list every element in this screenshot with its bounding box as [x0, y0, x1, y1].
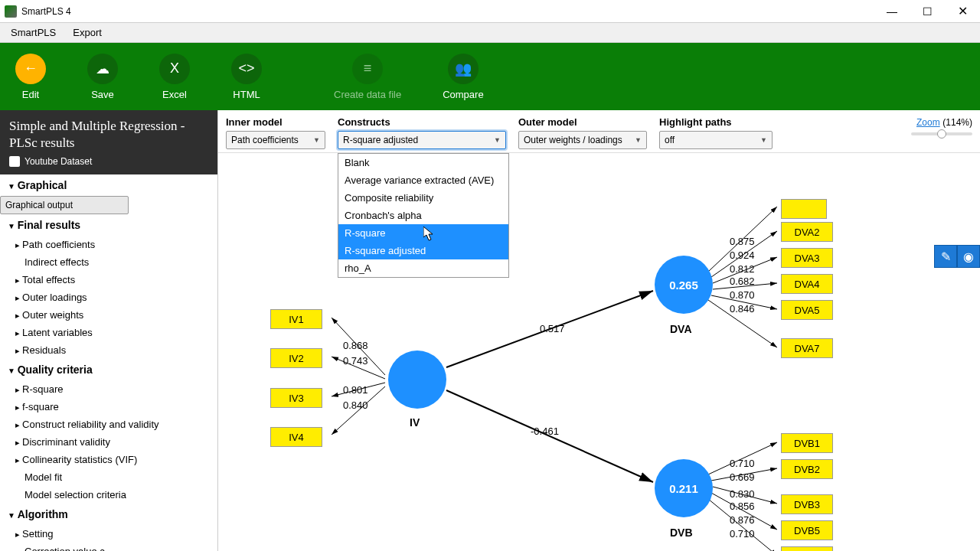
- ind-iv1[interactable]: IV1: [270, 309, 322, 329]
- constructs-dropdown: Blank Average variance extracted (AVE) C…: [338, 153, 509, 278]
- database-icon: ≡: [352, 54, 383, 84]
- opt-ca[interactable]: Cronbach's alpha: [338, 207, 508, 224]
- item-discriminant[interactable]: Discriminant validity: [0, 433, 217, 451]
- opt-rsq[interactable]: R-square: [338, 224, 508, 242]
- highlight-value: off: [665, 135, 675, 145]
- ind-iv3[interactable]: IV3: [270, 388, 322, 408]
- minimize-button[interactable]: —: [874, 0, 910, 23]
- item-model-fit[interactable]: Model fit: [0, 468, 217, 486]
- zoom-knob[interactable]: [937, 129, 946, 139]
- toolbar-create-data-button[interactable]: ≡ Create data file: [334, 54, 401, 100]
- section-final-results[interactable]: Final results: [0, 214, 217, 236]
- ind-dva7[interactable]: DVA7: [781, 338, 833, 358]
- ind-iv4[interactable]: IV4: [270, 427, 322, 447]
- opt-rhoa[interactable]: rho_A: [338, 259, 508, 277]
- ind-dvb3[interactable]: DVB3: [781, 494, 833, 514]
- ind-dva-top[interactable]: [781, 199, 827, 219]
- constructs-select[interactable]: R-square adjusted▼: [338, 131, 506, 149]
- opt-ave[interactable]: Average variance extracted (AVE): [338, 171, 508, 189]
- opt-cr[interactable]: Composite reliability: [338, 189, 508, 207]
- caret-down-icon: ▼: [760, 136, 767, 144]
- item-residuals[interactable]: Residuals: [0, 341, 217, 359]
- load-dva3: 0.682: [730, 276, 755, 287]
- item-collinearity[interactable]: Collinearity statistics (VIF): [0, 451, 217, 468]
- ind-dvb2[interactable]: DVB2: [781, 459, 833, 479]
- ind-dvb7[interactable]: DVB7: [781, 546, 833, 551]
- close-button[interactable]: ✕: [945, 0, 980, 23]
- inner-model-select[interactable]: Path coefficients▼: [226, 131, 325, 149]
- highlight-select[interactable]: off▼: [659, 131, 773, 149]
- item-correction[interactable]: Correction value c: [0, 543, 217, 551]
- canvas-control-bar: Inner model Path coefficients▼ Construct…: [218, 110, 980, 153]
- item-latent-variables[interactable]: Latent variables: [0, 324, 217, 341]
- ind-iv2[interactable]: IV2: [270, 348, 322, 368]
- load-dvb0: 0.710: [730, 458, 755, 469]
- section-graphical[interactable]: Graphical: [0, 174, 217, 196]
- item-graphical-output[interactable]: Graphical output: [0, 196, 129, 214]
- load-dva4: 0.870: [730, 289, 755, 301]
- outer-model-select[interactable]: Outer weights / loadings▼: [518, 131, 647, 149]
- cloud-upload-icon: ☁: [87, 54, 118, 84]
- zoom-slider[interactable]: [911, 132, 972, 135]
- camera-icon[interactable]: ◉: [957, 245, 980, 268]
- ind-dvb1[interactable]: DVB1: [781, 433, 833, 453]
- node-iv[interactable]: [388, 350, 446, 409]
- inner-model-group: Inner model Path coefficients▼: [226, 116, 325, 149]
- dataset-name: Youtube Dataset: [9, 156, 208, 167]
- ind-dva2[interactable]: DVA2: [781, 222, 833, 242]
- caret-down-icon: ▼: [635, 136, 642, 144]
- toolbar-html-button[interactable]: <> HTML: [231, 54, 262, 100]
- ind-dva4[interactable]: DVA4: [781, 274, 833, 294]
- compare-icon: 👥: [448, 54, 479, 84]
- item-f-square[interactable]: f-square: [0, 398, 217, 416]
- ind-dva5[interactable]: DVA5: [781, 300, 833, 320]
- toolbar-save-label: Save: [91, 89, 114, 100]
- item-outer-weights[interactable]: Outer weights: [0, 306, 217, 324]
- results-sidebar[interactable]: Simple and Multiple Regression - PLSc re…: [0, 110, 218, 551]
- item-total-effects[interactable]: Total effects: [0, 271, 217, 289]
- section-algorithm[interactable]: Algorithm: [0, 504, 217, 525]
- load-dvb4: 0.876: [730, 514, 755, 526]
- item-model-selection[interactable]: Model selection criteria: [0, 486, 217, 504]
- toolbar-excel-button[interactable]: X Excel: [159, 54, 190, 100]
- maximize-button[interactable]: ☐: [910, 0, 945, 23]
- load-dvb2: 0.830: [730, 488, 755, 500]
- item-construct-rv[interactable]: Construct reliability and validity: [0, 416, 217, 433]
- load-dva0: 0.875: [730, 236, 755, 247]
- load-dvb1: 0.669: [730, 471, 755, 483]
- section-quality-criteria[interactable]: Quality criteria: [0, 359, 217, 380]
- model-canvas[interactable]: IV 0.265 DVA 0.211 DVB 0.517 -0.461 IV1 …: [218, 153, 980, 551]
- toolbar-edit-button[interactable]: ← Edit: [15, 54, 46, 100]
- toolbar-compare-button[interactable]: 👥 Compare: [443, 54, 483, 100]
- value-dvb: 0.211: [669, 482, 698, 495]
- outer-model-group: Outer model Outer weights / loadings▼: [518, 116, 647, 149]
- menu-smartpls[interactable]: SmartPLS: [11, 27, 56, 38]
- zoom-link[interactable]: Zoom: [916, 117, 940, 128]
- menu-export[interactable]: Export: [73, 27, 102, 38]
- load-dva1: 0.924: [730, 249, 755, 261]
- model-edges: [218, 153, 980, 551]
- toolbar-excel-label: Excel: [162, 89, 187, 100]
- constructs-group: Constructs R-square adjusted▼: [338, 116, 506, 149]
- item-indirect-effects[interactable]: Indirect effects: [0, 253, 217, 271]
- pen-tool-icon[interactable]: ✎: [934, 245, 957, 268]
- node-dva[interactable]: 0.265: [655, 256, 713, 314]
- item-r-square[interactable]: R-square: [0, 380, 217, 398]
- ind-dva3[interactable]: DVA3: [781, 248, 833, 268]
- results-title: Simple and Multiple Regression - PLSc re…: [9, 118, 208, 152]
- item-path-coefficients[interactable]: Path coefficients: [0, 236, 217, 253]
- load-dvb5: 0.710: [730, 528, 755, 540]
- toolbar-edit-label: Edit: [22, 89, 39, 100]
- node-dvb[interactable]: 0.211: [655, 459, 713, 517]
- ind-dvb5[interactable]: DVB5: [781, 520, 833, 540]
- load-iv3: 0.801: [343, 384, 368, 396]
- toolbar-save-button[interactable]: ☁ Save: [87, 54, 118, 100]
- toolbar-html-label: HTML: [233, 89, 260, 100]
- opt-rsqa[interactable]: R-square adjusted: [338, 242, 508, 259]
- item-outer-loadings[interactable]: Outer loadings: [0, 289, 217, 306]
- canvas-panel: Inner model Path coefficients▼ Construct…: [218, 110, 980, 551]
- item-setting[interactable]: Setting: [0, 525, 217, 543]
- load-dva2: 0.812: [730, 263, 755, 275]
- opt-blank[interactable]: Blank: [338, 154, 508, 171]
- excel-icon: X: [159, 54, 190, 84]
